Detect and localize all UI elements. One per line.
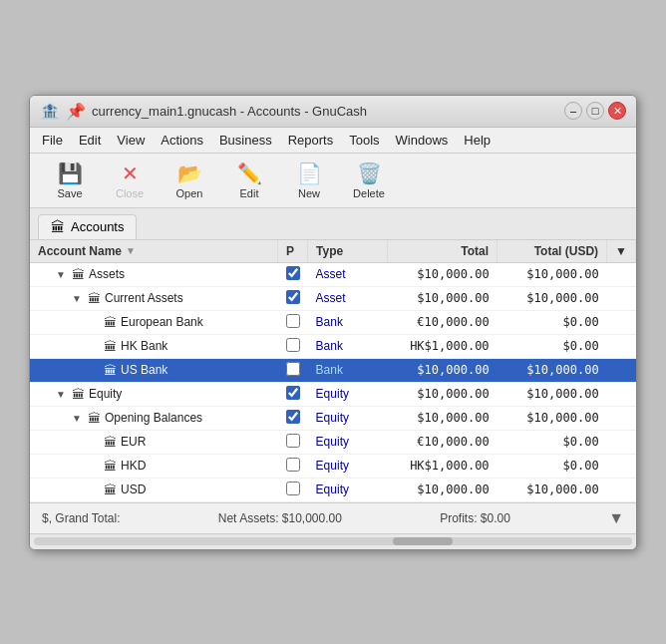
table-row[interactable]: ▼🏛EquityEquity$10,000.00$10,000.00 bbox=[30, 382, 636, 406]
table-row[interactable]: ▼🏛Opening BalancesEquity$10,000.00$10,00… bbox=[30, 406, 636, 430]
new-button[interactable]: 📄 New bbox=[279, 158, 339, 203]
table-row[interactable]: 🏛US BankBank$10,000.00$10,000.00 bbox=[30, 358, 636, 382]
expand-arrow-icon[interactable]: ▼ bbox=[56, 269, 68, 280]
status-expand-icon[interactable]: ▼ bbox=[608, 509, 624, 527]
account-type-cell: Bank bbox=[308, 334, 388, 358]
delete-label: Delete bbox=[353, 187, 385, 199]
account-total-cell: $10,000.00 bbox=[388, 262, 498, 286]
menu-view[interactable]: View bbox=[109, 130, 153, 151]
menu-business[interactable]: Business bbox=[211, 130, 280, 151]
col-total[interactable]: Total bbox=[388, 240, 498, 263]
expand-arrow-icon[interactable]: ▼ bbox=[72, 413, 84, 424]
placeholder-cell[interactable] bbox=[278, 454, 308, 478]
menu-windows[interactable]: Windows bbox=[388, 130, 457, 151]
placeholder-cell[interactable] bbox=[278, 334, 308, 358]
menu-edit[interactable]: Edit bbox=[71, 130, 109, 151]
table-row[interactable]: 🏛HK BankBankHK$1,000.00$0.00 bbox=[30, 334, 636, 358]
menu-tools[interactable]: Tools bbox=[341, 130, 387, 151]
col-placeholder[interactable]: P bbox=[278, 240, 308, 263]
close-button[interactable]: ✕ Close bbox=[100, 158, 160, 203]
account-total-usd-cell: $0.00 bbox=[498, 310, 607, 334]
table-row[interactable]: 🏛HKDEquityHK$1,000.00$0.00 bbox=[30, 454, 636, 478]
account-name-label: USD bbox=[121, 483, 146, 496]
account-type-cell: Equity bbox=[308, 406, 388, 430]
new-icon: 📄 bbox=[297, 161, 322, 185]
account-total-cell: HK$1,000.00 bbox=[388, 454, 498, 478]
col-total-usd[interactable]: Total (USD) bbox=[498, 240, 607, 263]
account-total-usd-cell: $0.00 bbox=[498, 454, 607, 478]
table-row[interactable]: ▼🏛Current AssetsAsset$10,000.00$10,000.0… bbox=[30, 286, 636, 310]
horizontal-scrollbar[interactable] bbox=[30, 533, 636, 549]
row-extra-cell bbox=[607, 430, 636, 454]
placeholder-checkbox[interactable] bbox=[286, 458, 300, 472]
account-icon: 🏛 bbox=[104, 339, 117, 354]
placeholder-cell[interactable] bbox=[278, 310, 308, 334]
table-row[interactable]: 🏛European BankBank€10,000.00$0.00 bbox=[30, 310, 636, 334]
account-total-cell: $10,000.00 bbox=[388, 382, 498, 406]
close-window-button[interactable]: ✕ bbox=[608, 102, 626, 120]
account-total-cell: $10,000.00 bbox=[388, 406, 498, 430]
grand-total-label: $, Grand Total: bbox=[42, 511, 121, 525]
account-total-cell: $10,000.00 bbox=[388, 478, 498, 501]
window-title: currency_main1.gnucash - Accounts - GnuC… bbox=[92, 104, 367, 119]
expand-arrow-icon[interactable]: ▼ bbox=[56, 389, 68, 400]
account-icon: 🏛 bbox=[104, 315, 117, 330]
scrollbar-thumb[interactable] bbox=[393, 537, 453, 545]
row-extra-cell bbox=[607, 478, 636, 501]
table-row[interactable]: 🏛EUREquity€10,000.00$0.00 bbox=[30, 430, 636, 454]
account-total-cell: $10,000.00 bbox=[388, 358, 498, 382]
col-account-name[interactable]: Account Name ▼ bbox=[30, 240, 278, 263]
row-extra-cell bbox=[607, 286, 636, 310]
menu-file[interactable]: File bbox=[34, 130, 71, 151]
account-icon: 🏛 bbox=[72, 267, 85, 282]
placeholder-checkbox[interactable] bbox=[286, 362, 300, 376]
row-extra-cell bbox=[607, 454, 636, 478]
account-name-label: EUR bbox=[121, 435, 146, 449]
placeholder-cell[interactable] bbox=[278, 478, 308, 501]
placeholder-checkbox[interactable] bbox=[286, 290, 300, 304]
maximize-button[interactable]: □ bbox=[586, 102, 604, 120]
placeholder-cell[interactable] bbox=[278, 286, 308, 310]
menu-help[interactable]: Help bbox=[456, 130, 499, 151]
col-type[interactable]: Type bbox=[308, 240, 388, 263]
placeholder-checkbox[interactable] bbox=[286, 338, 300, 352]
placeholder-cell[interactable] bbox=[278, 358, 308, 382]
open-icon: 📂 bbox=[177, 161, 202, 185]
table-row[interactable]: 🏛USDEquity$10,000.00$10,000.00 bbox=[30, 478, 636, 501]
account-icon: 🏛 bbox=[104, 459, 117, 474]
net-assets-value: Net Assets: $10,000.00 bbox=[218, 511, 342, 525]
expand-arrow-icon[interactable]: ▼ bbox=[72, 293, 84, 304]
placeholder-checkbox[interactable] bbox=[286, 386, 300, 400]
edit-button[interactable]: ✏️ Edit bbox=[219, 158, 279, 203]
account-total-usd-cell: $10,000.00 bbox=[498, 358, 607, 382]
save-button[interactable]: 💾 Save bbox=[40, 158, 100, 203]
account-total-cell: €10,000.00 bbox=[388, 310, 498, 334]
open-button[interactable]: 📂 Open bbox=[160, 158, 219, 203]
placeholder-checkbox[interactable] bbox=[286, 434, 300, 448]
placeholder-cell[interactable] bbox=[278, 382, 308, 406]
account-name-cell: ▼🏛Equity bbox=[38, 387, 270, 402]
placeholder-checkbox[interactable] bbox=[286, 266, 300, 280]
edit-label: Edit bbox=[240, 187, 259, 199]
close-label: Close bbox=[116, 187, 144, 199]
placeholder-cell[interactable] bbox=[278, 406, 308, 430]
placeholder-cell[interactable] bbox=[278, 262, 308, 286]
account-name-cell: 🏛USD bbox=[38, 483, 270, 497]
pin-icon: 📌 bbox=[66, 102, 86, 121]
placeholder-checkbox[interactable] bbox=[286, 482, 300, 495]
tab-accounts[interactable]: 🏛 Accounts bbox=[38, 214, 137, 239]
account-total-cell: €10,000.00 bbox=[388, 430, 498, 454]
scrollbar-track[interactable] bbox=[34, 537, 632, 545]
delete-button[interactable]: 🗑️ Delete bbox=[339, 158, 399, 203]
placeholder-checkbox[interactable] bbox=[286, 410, 300, 424]
menu-reports[interactable]: Reports bbox=[280, 130, 342, 151]
placeholder-checkbox[interactable] bbox=[286, 314, 300, 328]
account-total-usd-cell: $0.00 bbox=[498, 334, 607, 358]
app-icon: 🏦 bbox=[40, 102, 60, 121]
col-extra: ▼ bbox=[607, 240, 636, 263]
minimize-button[interactable]: – bbox=[564, 102, 582, 120]
menu-actions[interactable]: Actions bbox=[153, 130, 211, 151]
table-header-row: Account Name ▼ P Type Total Total (USD) … bbox=[30, 240, 636, 263]
placeholder-cell[interactable] bbox=[278, 430, 308, 454]
table-row[interactable]: ▼🏛AssetsAsset$10,000.00$10,000.00 bbox=[30, 262, 636, 286]
